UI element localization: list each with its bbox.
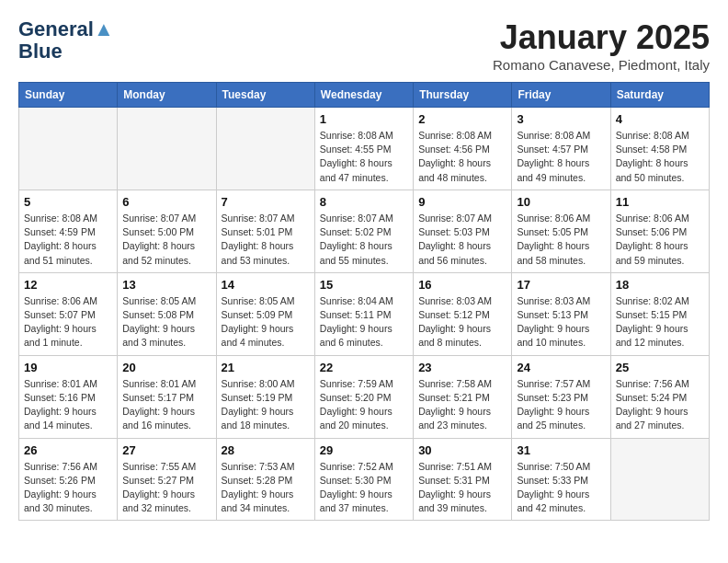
day-info: Sunrise: 7:59 AM Sunset: 5:20 PM Dayligh… [320,377,408,433]
day-number: 16 [418,278,506,292]
calendar-day-cell: 29Sunrise: 7:52 AM Sunset: 5:30 PM Dayli… [314,438,413,521]
day-number: 11 [616,195,704,209]
calendar-day-cell: 7Sunrise: 8:07 AM Sunset: 5:01 PM Daylig… [216,190,314,272]
calendar-day-cell: 5Sunrise: 8:08 AM Sunset: 4:59 PM Daylig… [19,190,118,272]
calendar-day-cell: 18Sunrise: 8:02 AM Sunset: 5:15 PM Dayli… [610,272,709,355]
calendar-day-cell: 12Sunrise: 8:06 AM Sunset: 5:07 PM Dayli… [19,272,118,355]
weekday-header-cell: Tuesday [216,83,314,108]
day-number: 21 [222,361,310,374]
weekday-header-cell: Saturday [610,83,709,108]
day-number: 3 [517,112,605,126]
day-info: Sunrise: 7:57 AM Sunset: 5:23 PM Dayligh… [517,377,605,433]
day-info: Sunrise: 7:55 AM Sunset: 5:27 PM Dayligh… [122,460,210,516]
day-number: 20 [122,361,210,374]
day-number: 22 [320,361,408,374]
calendar-table: SundayMondayTuesdayWednesdayThursdayFrid… [18,82,710,521]
day-number: 29 [320,443,408,457]
calendar-day-cell: 2Sunrise: 8:08 AM Sunset: 4:56 PM Daylig… [414,108,512,190]
day-number: 13 [122,278,210,292]
calendar-day-cell: 22Sunrise: 7:59 AM Sunset: 5:20 PM Dayli… [314,355,413,438]
weekday-header-cell: Wednesday [314,83,413,108]
calendar-day-cell: 27Sunrise: 7:55 AM Sunset: 5:27 PM Dayli… [118,438,216,521]
day-number: 17 [517,278,605,292]
day-number: 27 [122,443,210,457]
calendar-day-cell: 1Sunrise: 8:08 AM Sunset: 4:55 PM Daylig… [314,108,413,190]
calendar-week-row: 19Sunrise: 8:01 AM Sunset: 5:16 PM Dayli… [19,355,710,438]
day-info: Sunrise: 8:05 AM Sunset: 5:09 PM Dayligh… [222,294,310,350]
day-number: 12 [24,278,112,292]
calendar-day-cell: 24Sunrise: 7:57 AM Sunset: 5:23 PM Dayli… [512,355,610,438]
day-number: 14 [222,278,310,292]
logo: General▲Blue [18,18,114,63]
day-info: Sunrise: 8:01 AM Sunset: 5:16 PM Dayligh… [24,377,112,433]
calendar-day-cell: 25Sunrise: 7:56 AM Sunset: 5:24 PM Dayli… [610,355,709,438]
day-info: Sunrise: 8:08 AM Sunset: 4:56 PM Dayligh… [418,129,506,185]
calendar-day-cell: 31Sunrise: 7:50 AM Sunset: 5:33 PM Dayli… [512,438,610,521]
day-info: Sunrise: 8:08 AM Sunset: 4:59 PM Dayligh… [24,212,112,268]
day-info: Sunrise: 8:05 AM Sunset: 5:08 PM Dayligh… [122,294,210,350]
calendar-day-cell: 11Sunrise: 8:06 AM Sunset: 5:06 PM Dayli… [610,190,709,272]
logo-text: General▲Blue [18,18,114,63]
day-number: 25 [616,361,704,374]
calendar-day-cell: 14Sunrise: 8:05 AM Sunset: 5:09 PM Dayli… [216,272,314,355]
day-info: Sunrise: 8:01 AM Sunset: 5:17 PM Dayligh… [122,377,210,433]
calendar-day-cell: 9Sunrise: 8:07 AM Sunset: 5:03 PM Daylig… [414,190,512,272]
title-block: January 2025 Romano Canavese, Piedmont, … [493,18,710,73]
day-info: Sunrise: 7:56 AM Sunset: 5:26 PM Dayligh… [24,460,112,516]
calendar-day-cell: 23Sunrise: 7:58 AM Sunset: 5:21 PM Dayli… [414,355,512,438]
day-number: 6 [122,195,210,209]
calendar-day-cell: 19Sunrise: 8:01 AM Sunset: 5:16 PM Dayli… [19,355,118,438]
weekday-header-cell: Thursday [414,83,512,108]
day-info: Sunrise: 8:03 AM Sunset: 5:12 PM Dayligh… [418,294,506,350]
day-info: Sunrise: 8:07 AM Sunset: 5:00 PM Dayligh… [122,212,210,268]
day-number: 1 [320,112,408,126]
day-info: Sunrise: 8:06 AM Sunset: 5:07 PM Dayligh… [24,294,112,350]
day-number: 30 [418,443,506,457]
day-number: 18 [616,278,704,292]
calendar-day-cell: 30Sunrise: 7:51 AM Sunset: 5:31 PM Dayli… [414,438,512,521]
day-number: 2 [418,112,506,126]
day-info: Sunrise: 7:58 AM Sunset: 5:21 PM Dayligh… [418,377,506,433]
calendar-week-row: 5Sunrise: 8:08 AM Sunset: 4:59 PM Daylig… [19,190,710,272]
day-number: 15 [320,278,408,292]
day-info: Sunrise: 8:07 AM Sunset: 5:01 PM Dayligh… [222,212,310,268]
day-info: Sunrise: 8:06 AM Sunset: 5:05 PM Dayligh… [517,212,605,268]
page-header: General▲Blue January 2025 Romano Canaves… [18,18,710,73]
calendar-day-cell [19,108,118,190]
calendar-week-row: 12Sunrise: 8:06 AM Sunset: 5:07 PM Dayli… [19,272,710,355]
day-info: Sunrise: 7:53 AM Sunset: 5:28 PM Dayligh… [222,460,310,516]
weekday-header-cell: Monday [118,83,216,108]
day-number: 19 [24,361,112,374]
day-info: Sunrise: 8:04 AM Sunset: 5:11 PM Dayligh… [320,294,408,350]
day-info: Sunrise: 8:00 AM Sunset: 5:19 PM Dayligh… [222,377,310,433]
day-info: Sunrise: 8:02 AM Sunset: 5:15 PM Dayligh… [616,294,704,350]
day-number: 4 [616,112,704,126]
day-number: 24 [517,361,605,374]
day-number: 28 [222,443,310,457]
calendar-day-cell: 20Sunrise: 8:01 AM Sunset: 5:17 PM Dayli… [118,355,216,438]
calendar-day-cell: 15Sunrise: 8:04 AM Sunset: 5:11 PM Dayli… [314,272,413,355]
day-info: Sunrise: 8:07 AM Sunset: 5:03 PM Dayligh… [418,212,506,268]
day-info: Sunrise: 7:50 AM Sunset: 5:33 PM Dayligh… [517,460,605,516]
calendar-day-cell: 21Sunrise: 8:00 AM Sunset: 5:19 PM Dayli… [216,355,314,438]
day-number: 8 [320,195,408,209]
calendar-body: 1Sunrise: 8:08 AM Sunset: 4:55 PM Daylig… [19,108,710,521]
calendar-week-row: 1Sunrise: 8:08 AM Sunset: 4:55 PM Daylig… [19,108,710,190]
day-info: Sunrise: 8:07 AM Sunset: 5:02 PM Dayligh… [320,212,408,268]
day-number: 5 [24,195,112,209]
day-number: 7 [222,195,310,209]
day-number: 26 [24,443,112,457]
day-info: Sunrise: 8:08 AM Sunset: 4:58 PM Dayligh… [616,129,704,185]
calendar-day-cell: 8Sunrise: 8:07 AM Sunset: 5:02 PM Daylig… [314,190,413,272]
day-info: Sunrise: 8:08 AM Sunset: 4:55 PM Dayligh… [320,129,408,185]
day-number: 31 [517,443,605,457]
day-info: Sunrise: 7:52 AM Sunset: 5:30 PM Dayligh… [320,460,408,516]
calendar-day-cell [118,108,216,190]
day-number: 9 [418,195,506,209]
calendar-day-cell [216,108,314,190]
calendar-day-cell: 3Sunrise: 8:08 AM Sunset: 4:57 PM Daylig… [512,108,610,190]
calendar-day-cell: 28Sunrise: 7:53 AM Sunset: 5:28 PM Dayli… [216,438,314,521]
calendar-day-cell: 17Sunrise: 8:03 AM Sunset: 5:13 PM Dayli… [512,272,610,355]
calendar-week-row: 26Sunrise: 7:56 AM Sunset: 5:26 PM Dayli… [19,438,710,521]
weekday-header-cell: Sunday [19,83,118,108]
